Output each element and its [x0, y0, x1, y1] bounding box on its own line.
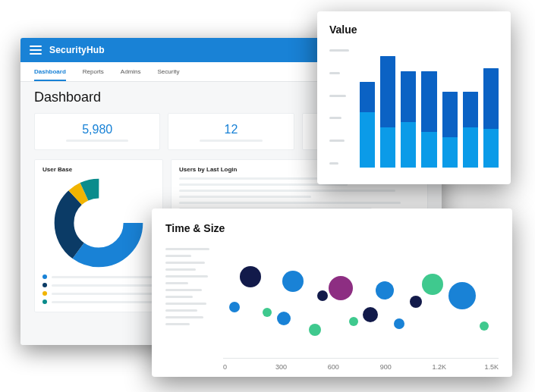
- legend-line: [165, 282, 188, 284]
- legend-line: [165, 289, 202, 291]
- bar-segment-top: [442, 92, 458, 137]
- legend-line: [165, 303, 206, 305]
- bar-segment-top: [380, 56, 395, 127]
- axis-tick-label: 900: [380, 363, 433, 371]
- legend-line: [165, 275, 208, 278]
- stat-label-placeholder: [66, 140, 128, 142]
- card-title: Value: [329, 24, 499, 36]
- bar-segment-top: [421, 71, 436, 132]
- bar: [442, 92, 458, 168]
- bubble-point: [394, 318, 404, 329]
- bar: [421, 71, 436, 168]
- tab-admins[interactable]: Admins: [121, 68, 141, 81]
- bubble-point: [410, 296, 422, 308]
- stat-value: 12: [168, 123, 293, 136]
- bar-segment-top: [360, 82, 375, 112]
- bar-segment-top: [463, 92, 478, 127]
- tab-security[interactable]: Security: [158, 68, 180, 81]
- legend-line: [165, 309, 197, 312]
- menu-icon[interactable]: [30, 45, 42, 55]
- bubble-point: [422, 274, 443, 295]
- bubble-point: [263, 308, 272, 317]
- panel-user-base: User Base: [34, 159, 163, 312]
- axis-tick: [329, 162, 338, 165]
- legend-line: [165, 296, 193, 298]
- donut-legend: [42, 274, 155, 304]
- legend-label-placeholder: [52, 293, 155, 295]
- bubble-point: [349, 317, 358, 326]
- legend-label-placeholder: [52, 284, 155, 287]
- legend-row: [42, 291, 155, 296]
- legend-line: [165, 323, 190, 325]
- legend-row: [42, 274, 155, 279]
- axis-tick-label: 1.5K: [484, 363, 499, 371]
- bubble-point: [240, 266, 261, 287]
- legend-row: [42, 299, 155, 304]
- axis-tick-label: 600: [328, 363, 380, 371]
- value-card: Value: [317, 11, 511, 184]
- legend-dot: [42, 274, 47, 279]
- donut-chart: [53, 177, 144, 268]
- bubble-point: [309, 324, 321, 336]
- stat-value: 5,980: [35, 123, 159, 136]
- tab-reports[interactable]: Reports: [83, 68, 104, 81]
- app-brand: SecurityHub: [49, 45, 105, 55]
- stat-label-placeholder: [200, 140, 262, 142]
- bubble-point: [329, 276, 353, 300]
- axis-tick: [329, 49, 349, 52]
- bar: [401, 71, 416, 168]
- legend-dot: [42, 283, 47, 287]
- bubble-chart: [223, 245, 499, 359]
- bar: [463, 92, 478, 168]
- bubble-point: [229, 302, 240, 312]
- legend-line: [165, 262, 205, 264]
- stat-card[interactable]: 5,980: [34, 113, 160, 150]
- axis-tick-label: 300: [275, 363, 328, 371]
- bubble-point: [448, 282, 476, 309]
- text-line: [179, 190, 395, 192]
- axis-tick: [329, 117, 341, 119]
- bar: [360, 82, 375, 168]
- bar: [483, 68, 499, 168]
- legend-line: [165, 255, 191, 257]
- legend-line: [165, 316, 203, 318]
- legend-row: [42, 283, 155, 287]
- legend-line: [165, 268, 196, 271]
- axis-tick: [329, 140, 345, 142]
- ts-legend-placeholder: [165, 245, 212, 359]
- value-y-axis: [329, 46, 352, 168]
- bubble-point: [363, 307, 378, 322]
- axis-tick-label: 0: [223, 363, 275, 371]
- legend-dot: [42, 299, 47, 304]
- bar-segment-top: [401, 71, 416, 122]
- bubble-point: [317, 290, 328, 301]
- legend-label-placeholder: [52, 301, 155, 303]
- axis-tick: [329, 95, 346, 97]
- value-chart: [329, 46, 499, 168]
- tab-dashboard[interactable]: Dashboard: [34, 68, 66, 81]
- bubble-point: [376, 281, 394, 299]
- value-bars: [360, 46, 499, 168]
- axis-tick: [329, 72, 340, 74]
- bar: [380, 56, 395, 168]
- text-line: [179, 202, 401, 204]
- card-title: Time & Size: [165, 222, 499, 234]
- time-size-card: Time & Size 03006009001.2K1.5K: [152, 209, 512, 377]
- text-line: [179, 196, 311, 198]
- axis-tick-label: 1.2K: [433, 363, 485, 371]
- bubble-point: [480, 321, 489, 331]
- bubble-point: [282, 271, 304, 292]
- ts-x-axis: 03006009001.2K1.5K: [223, 363, 499, 371]
- legend-line: [165, 248, 209, 250]
- ts-chart-body: [165, 245, 499, 359]
- bar-segment-top: [483, 68, 499, 129]
- legend-label-placeholder: [52, 276, 155, 278]
- panel-title: User Base: [42, 166, 155, 173]
- stat-card[interactable]: 12: [168, 113, 294, 150]
- legend-dot: [42, 291, 47, 296]
- bubble-point: [277, 312, 291, 325]
